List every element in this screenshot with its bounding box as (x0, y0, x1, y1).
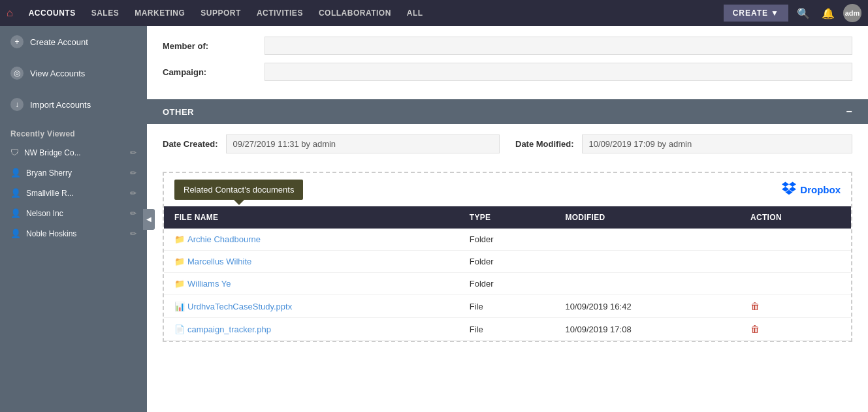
person-icon: 👤 (10, 229, 21, 238)
collapse-other-icon[interactable]: − (846, 106, 852, 118)
top-navigation: ⌂ ACCOUNTS SALES MARKETING SUPPORT ACTIV… (0, 0, 868, 26)
top-icons: 🔍 🔔 adm (794, 3, 861, 23)
table-row: 📁Williams YeFolder (164, 273, 851, 295)
file-action (740, 273, 851, 295)
recently-viewed-title: Recently Viewed (0, 120, 147, 142)
dropbox-logo[interactable]: Dropbox (782, 181, 841, 198)
date-created-group: Date Created: 09/27/2019 11:31 by admin (163, 135, 500, 153)
date-row: Date Created: 09/27/2019 11:31 by admin … (147, 124, 868, 164)
file-action[interactable]: 🗑 (740, 295, 851, 318)
dropbox-label: Dropbox (800, 184, 841, 195)
date-modified-group: Date Modified: 10/09/2019 17:09 by admin (515, 135, 852, 153)
col-file-name: FILE NAME (164, 206, 459, 229)
delete-icon[interactable]: 🗑 (750, 324, 760, 334)
folder-icon: 📁 (174, 234, 185, 244)
edit-icon[interactable]: ✏ (130, 168, 137, 178)
date-modified-value: 10/09/2019 17:09 by admin (582, 135, 852, 153)
person-icon: 👤 (10, 168, 21, 178)
search-icon[interactable]: 🔍 (794, 3, 813, 23)
recent-item-smallville[interactable]: 👤 Smallville R... ✏ (0, 183, 147, 203)
sidebar-collapse-button[interactable]: ◀ (143, 209, 155, 230)
form-section-member: Member of: Campaign: (147, 26, 868, 99)
file-type: File (459, 318, 555, 341)
shield-icon: 🛡 (10, 148, 19, 157)
person-icon: 👤 (10, 208, 21, 218)
date-modified-label: Date Modified: (515, 139, 574, 149)
file-type: Folder (459, 251, 555, 273)
delete-icon[interactable]: 🗑 (750, 301, 760, 311)
dropbox-icon (782, 181, 796, 198)
nav-item-all[interactable]: ALL (399, 0, 431, 26)
file-action (740, 251, 851, 273)
main-content: Member of: Campaign: OTHER − Date Create… (147, 26, 868, 412)
file-modified (555, 229, 740, 251)
bell-icon[interactable]: 🔔 (818, 3, 838, 23)
edit-icon[interactable]: ✏ (130, 148, 137, 157)
edit-icon[interactable]: ✏ (130, 209, 137, 218)
file-link[interactable]: campaign_tracker.php (187, 325, 271, 334)
ppt-icon: 📊 (174, 302, 185, 311)
file-link[interactable]: Archie Chadbourne (187, 234, 261, 244)
date-created-value: 09/27/2019 11:31 by admin (226, 135, 500, 153)
person-icon: 👤 (10, 188, 21, 198)
file-link[interactable]: UrdhvaTechCaseStudy.pptx (187, 302, 292, 311)
campaign-value[interactable] (265, 63, 852, 81)
file-modified (555, 273, 740, 295)
docs-header: Related Contact's documents Dropbox (164, 173, 851, 206)
table-row: 📊UrdhvaTechCaseStudy.pptxFile10/09/2019 … (164, 295, 851, 318)
campaign-row: Campaign: (163, 63, 852, 81)
campaign-label: Campaign: (163, 67, 254, 77)
other-section-label: OTHER (163, 107, 194, 117)
file-modified: 10/09/2019 17:08 (555, 318, 740, 341)
col-action: ACTION (740, 206, 851, 229)
php-icon: 📄 (174, 325, 185, 334)
recent-item-nelson-inc[interactable]: 👤 Nelson Inc ✏ (0, 203, 147, 223)
nav-item-accounts[interactable]: ACCOUNTS (21, 0, 84, 26)
view-accounts-icon: ◎ (10, 67, 24, 80)
create-button[interactable]: CREATE ▼ (724, 5, 788, 22)
sidebar-item-create-account[interactable]: + Create Account (0, 26, 147, 57)
nav-item-sales[interactable]: SALES (84, 0, 127, 26)
sidebar: + Create Account ◎ View Accounts ↓ Impor… (0, 26, 147, 412)
file-modified: 10/09/2019 16:42 (555, 295, 740, 318)
main-layout: + Create Account ◎ View Accounts ↓ Impor… (0, 26, 868, 412)
file-table: FILE NAME TYPE MODIFIED ACTION 📁Archie C… (164, 206, 851, 341)
recent-item-noble-hoskins[interactable]: 👤 Noble Hoskins ✏ (0, 223, 147, 244)
member-of-label: Member of: (163, 41, 254, 51)
sidebar-item-view-accounts[interactable]: ◎ View Accounts (0, 57, 147, 89)
nav-item-support[interactable]: SUPPORT (193, 0, 249, 26)
file-modified (555, 251, 740, 273)
file-link[interactable]: Williams Ye (187, 279, 231, 289)
nav-item-marketing[interactable]: MARKETING (127, 0, 193, 26)
nav-item-activities[interactable]: ACTIVITIES (249, 0, 311, 26)
col-type: TYPE (459, 206, 555, 229)
nav-items: ACCOUNTS SALES MARKETING SUPPORT ACTIVIT… (21, 0, 431, 26)
import-accounts-icon: ↓ (10, 98, 24, 111)
member-of-value[interactable] (265, 37, 852, 55)
table-row: 📄campaign_tracker.phpFile10/09/2019 17:0… (164, 318, 851, 341)
folder-icon: 📁 (174, 279, 185, 289)
file-action[interactable]: 🗑 (740, 318, 851, 341)
admin-avatar[interactable]: adm (843, 4, 861, 22)
edit-icon[interactable]: ✏ (130, 189, 137, 198)
recent-item-bryan-sherry[interactable]: 👤 Bryan Sherry ✏ (0, 163, 147, 183)
table-row: 📁Marcellus WilhiteFolder (164, 251, 851, 273)
create-account-icon: + (10, 35, 24, 48)
col-modified: MODIFIED (555, 206, 740, 229)
sidebar-item-import-accounts[interactable]: ↓ Import Accounts (0, 89, 147, 120)
date-created-label: Date Created: (163, 139, 218, 149)
folder-icon: 📁 (174, 257, 185, 266)
nav-item-collaboration[interactable]: COLLABORATION (311, 0, 399, 26)
edit-icon[interactable]: ✏ (130, 229, 137, 238)
recent-item-nw-bridge[interactable]: 🛡 NW Bridge Co... ✏ (0, 142, 147, 163)
docs-title-tooltip: Related Contact's documents (174, 180, 303, 200)
file-type: Folder (459, 273, 555, 295)
member-of-row: Member of: (163, 37, 852, 55)
file-type: File (459, 295, 555, 318)
file-link[interactable]: Marcellus Wilhite (187, 257, 251, 266)
table-row: 📁Archie ChadbourneFolder (164, 229, 851, 251)
file-action (740, 229, 851, 251)
home-icon[interactable]: ⌂ (7, 7, 13, 19)
table-header-row: FILE NAME TYPE MODIFIED ACTION (164, 206, 851, 229)
other-section-header: OTHER − (147, 99, 868, 124)
